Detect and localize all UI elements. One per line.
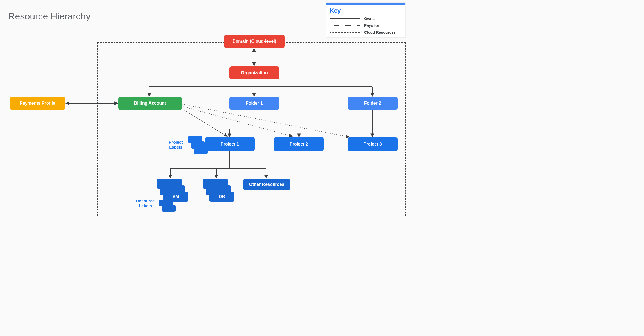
diagram-canvas: Resource Hierarchy Key Owns Pays for Clo…	[0, 0, 414, 216]
legend-row-cloud-resources: Cloud Resources	[326, 29, 405, 38]
legend-row-pays-for: Pays for	[326, 22, 405, 29]
node-other-resources: Other Resources	[243, 179, 290, 190]
legend-label: Pays for	[364, 23, 379, 28]
page-title: Resource Hierarchy	[8, 11, 90, 22]
node-project-3: Project 3	[348, 137, 398, 151]
node-folder-1: Folder 1	[229, 97, 279, 110]
node-payments-profile: Payments Profile	[10, 97, 65, 110]
legend-label: Owns	[364, 16, 375, 21]
legend-row-owns: Owns	[326, 15, 405, 22]
node-project-2: Project 2	[274, 137, 324, 151]
legend: Key Owns Pays for Cloud Resources	[326, 3, 405, 37]
project-labels-text: ProjectLabels	[165, 140, 187, 150]
node-domain: Domain (Cloud-level)	[224, 35, 285, 48]
node-billing-account: Billing Account	[118, 97, 182, 110]
dotted-line-icon	[330, 25, 360, 26]
solid-line-icon	[330, 18, 360, 19]
node-db: DB	[209, 192, 234, 202]
resource-labels-text: ResourceLabels	[133, 198, 158, 208]
legend-label: Cloud Resources	[364, 30, 396, 35]
node-organization: Organization	[229, 66, 279, 79]
dashed-line-icon	[330, 32, 360, 33]
node-project-1: Project 1	[205, 137, 255, 151]
resource-label-chip	[162, 205, 176, 212]
node-folder-2: Folder 2	[348, 97, 398, 110]
legend-title: Key	[326, 5, 405, 15]
